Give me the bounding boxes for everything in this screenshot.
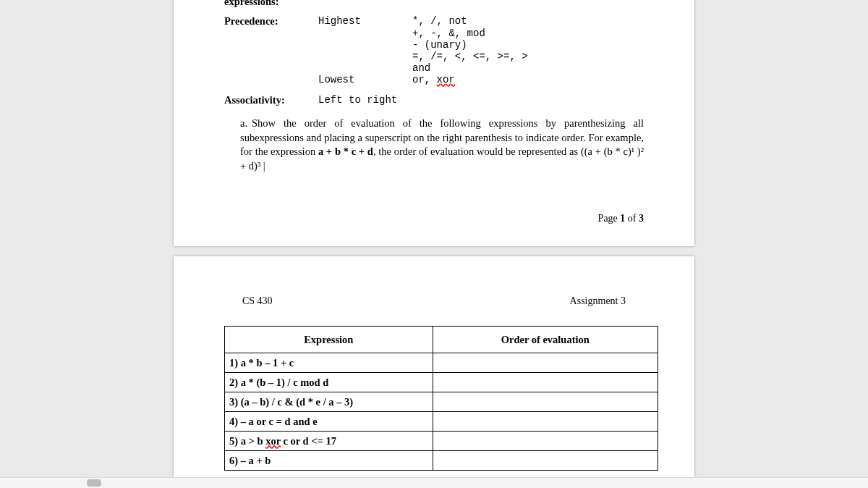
expr-cell-1: 1) a * b – 1 + c <box>225 353 433 373</box>
xor-error-2: xor <box>265 435 281 447</box>
table-row: 5) a > b xor c or d <= 17 <box>225 432 658 451</box>
table-row: 6) – a + b <box>225 451 658 471</box>
table-row: 2) a * (b – 1) / c mod d <box>225 373 658 392</box>
pages-column: expressions: Precedence: Highest *, /, n… <box>174 0 694 488</box>
precedence-row-1: Precedence: Highest *, /, not <box>224 15 644 28</box>
associativity-row: Associativity: Left to right <box>224 94 644 106</box>
question-a: a.Show the order of evaluation of the fo… <box>240 117 644 173</box>
col-expression: Expression <box>225 327 433 353</box>
order-cell-3 <box>433 392 658 412</box>
expressions-heading-row: expressions: <box>224 0 644 8</box>
prec-level-6-prefix: or, <box>412 74 437 85</box>
precedence-row-4: =, /=, <, <=, >=, > <box>224 51 644 62</box>
precedence-row-5: and <box>224 62 644 74</box>
prec-level-1: *, /, not <box>412 15 644 28</box>
scrollbar-thumb[interactable] <box>87 479 101 487</box>
page2-header-right: Assignment 3 <box>570 295 626 307</box>
expr-cell-4: 4) – a or c = d and e <box>225 412 433 432</box>
expr-cell-6: 6) – a + b <box>225 451 433 471</box>
prec-level-2: +, -, &, mod <box>412 28 644 39</box>
expressions-label: expressions: <box>224 0 318 8</box>
col-order: Order of evaluation <box>433 327 658 353</box>
highest-label: Highest <box>318 15 412 28</box>
precedence-row-6: Lowest or, xor <box>224 74 644 85</box>
expr-cell-5: 5) a > b xor c or d <= 17 <box>225 432 433 451</box>
table-row: 3) (a – b) / c & (d * e / a – 3) <box>225 392 658 412</box>
expr-cell-3: 3) (a – b) / c & (d * e / a – 3) <box>225 392 433 412</box>
footer-total: 3 <box>639 213 644 224</box>
expression-table: Expression Order of evaluation 1) a * b … <box>224 326 658 471</box>
precedence-row-3: - (unary) <box>224 39 644 51</box>
prec-level-4: =, /=, <, <=, >=, > <box>412 51 644 62</box>
associativity-label: Associativity: <box>224 94 318 106</box>
row5-prefix: 5) a > b <box>229 435 265 447</box>
footer-of: of <box>625 213 639 224</box>
question-expr-bold: a + b * c + d <box>318 146 373 157</box>
associativity-value: Left to right <box>318 94 397 106</box>
page-footer: Page 1 of 3 <box>598 213 644 224</box>
lowest-label: Lowest <box>318 74 412 85</box>
precedence-row-2: +, -, &, mod <box>224 28 644 39</box>
prec-level-5: and <box>412 62 644 74</box>
page2-header-left: CS 430 <box>242 295 273 307</box>
document-viewport: expressions: Precedence: Highest *, /, n… <box>0 0 868 488</box>
table-row: 1) a * b – 1 + c <box>225 353 658 373</box>
order-cell-1 <box>433 353 658 373</box>
expr-cell-2: 2) a * (b – 1) / c mod d <box>225 373 433 392</box>
question-marker: a. <box>240 117 252 131</box>
table-row: 4) – a or c = d and e <box>225 412 658 432</box>
footer-prefix: Page <box>598 213 621 224</box>
precedence-label: Precedence: <box>224 15 318 28</box>
table-header-row: Expression Order of evaluation <box>225 327 658 353</box>
order-cell-6 <box>433 451 658 471</box>
row5-suffix: c or d <= 17 <box>281 435 336 447</box>
prec-level-3: - (unary) <box>412 39 644 51</box>
horizontal-scrollbar[interactable] <box>0 477 868 488</box>
xor-error-1: xor <box>437 74 455 85</box>
order-cell-5 <box>433 432 658 451</box>
order-cell-4 <box>433 412 658 432</box>
page-1: expressions: Precedence: Highest *, /, n… <box>174 0 694 246</box>
order-cell-2 <box>433 373 658 392</box>
page-2: CS 430 Assignment 3 Expression Order of … <box>174 256 694 477</box>
prec-level-6: or, xor <box>412 74 644 85</box>
question-text-2: , the order of evaluation would be repre… <box>373 146 581 157</box>
